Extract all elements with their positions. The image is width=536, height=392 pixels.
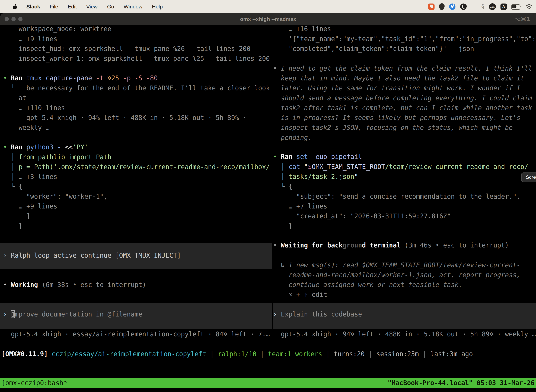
pane-bottom-border-active	[0, 344, 273, 344]
thinking-line: task2 after task1 is complete, but can I…	[273, 103, 532, 113]
prompt-input-line[interactable]: › Improve documentation in @filename	[3, 309, 142, 319]
thinking-line: keep that in mind. Maybe I also need the…	[273, 73, 524, 83]
thinking-line: should send a message before completing …	[273, 93, 532, 103]
status-segment: |	[322, 350, 334, 358]
terminal-line: gpt-5.4 xhigh · 94% left · 488K in · 5.1…	[3, 113, 247, 123]
thinking-line: later. Using the same for transition mig…	[273, 83, 520, 93]
terminal-line: '{"team_name":"my-team","task_id":"1","f…	[273, 34, 536, 44]
prompt-input-line[interactable]: › Explain this codebase	[273, 309, 362, 319]
command-line: • Ran set -euo pipefail	[273, 152, 362, 162]
apple-menu-icon[interactable]	[13, 4, 17, 9]
mailbox-message-line: continue assigned work or next feasible …	[273, 280, 463, 290]
status-segment: |	[206, 350, 218, 358]
terminal-line: inspect_worker-1: omx sparkshell --tmux-…	[3, 54, 270, 64]
terminal-line: │ p = Path('.omx/state/team/review-curre…	[3, 162, 270, 172]
terminal-line: └ {	[3, 182, 23, 191]
status-segment: last:3m ago	[430, 350, 473, 358]
pane-bottom-border-inactive	[273, 344, 536, 344]
terminal-line: }	[273, 221, 292, 231]
menu-item-help[interactable]: Help	[152, 4, 163, 10]
terminal-line: │ tasks/task-2.json"	[273, 172, 358, 182]
terminal-line: … +7 lines	[273, 201, 327, 211]
letter-a-icon[interactable]: A	[500, 4, 507, 10]
terminal-line: "completed","claim_token":"claim-token"}…	[273, 44, 474, 54]
ralph-status-line: › Ralph loop active continue [OMX_TMUX_I…	[3, 251, 181, 261]
command-line: • Ran python3 - <<'PY'	[3, 142, 88, 152]
thinking-line: • I need to get the claim token from the…	[273, 64, 532, 73]
model-status-line: gpt-5.4 xhigh · essay/ai-reimplementatio…	[3, 329, 270, 339]
terminal-line: └ be necessary for the end of the README…	[3, 83, 270, 93]
status-segment: session:23m	[376, 350, 419, 358]
waiting-status-line: • Waiting for background terminal (3m 46…	[273, 240, 509, 250]
status-segment: |	[256, 350, 268, 358]
menu-item-go[interactable]: Go	[107, 4, 114, 10]
command-line: • Ran tmux capture-pane -t %25 -p -S -80	[3, 73, 158, 83]
dots-grid-icon[interactable]	[471, 4, 477, 9]
menu-item-slack[interactable]: Slack	[26, 4, 40, 10]
window-shortcut-badge: ⌥⌘1	[514, 16, 530, 23]
battery-icon[interactable]	[511, 5, 521, 9]
terminal-line: … +9 lines	[3, 34, 57, 44]
menu-item-window[interactable]: Window	[124, 4, 143, 10]
terminal-line: │ cat "$OMX_TEAM_STATE_ROOT/team/review-…	[273, 162, 528, 172]
menu-item-edit[interactable]: Edit	[68, 4, 77, 10]
terminal-line: … +110 lines	[3, 103, 65, 113]
thinking-line: inspect task2's JSON, focusing on the st…	[273, 123, 513, 133]
terminal-pane-worker[interactable]: … +16 lines '{"team_name":"my-team","tas…	[273, 25, 536, 344]
status-segment: ralph:1/10	[218, 350, 257, 358]
edit-hint: ⌥ + ↑ edit	[273, 290, 327, 300]
desktop: SlackFileEditViewGoWindowHelp § ..61 A	[0, 0, 536, 392]
terminal-line: workspace_mode: worktree	[3, 25, 111, 34]
window-title-bar: omx --xhigh --madmax ⌥⌘1	[0, 13, 536, 25]
terminal-pane-hud[interactable]: workspace_mode: worktree … +9 lines insp…	[0, 25, 272, 344]
terminal-line: "subject": "send a concise recommendatio…	[273, 191, 520, 201]
blue-bolt-icon[interactable]	[449, 4, 455, 10]
terminal-line: … +9 lines	[3, 201, 57, 211]
status-segment: turns:20	[334, 350, 365, 358]
menu-bar-left: SlackFileEditViewGoWindowHelp	[0, 4, 163, 10]
status-segment: cczip/essay/ai-reimplementation-copyleft	[52, 350, 206, 358]
wifi-icon[interactable]	[526, 4, 533, 9]
shield-keypad-icon[interactable]	[439, 3, 445, 10]
screen-share-button[interactable]: Scre	[521, 173, 536, 182]
terminal-line: │ … +3 lines	[3, 172, 57, 182]
window-title: omx --xhigh --madmax	[0, 16, 536, 22]
terminal-line: │ from pathlib import Path	[3, 152, 111, 162]
terminal-line: inspect_hud: omx sparkshell --tmux-pane …	[3, 44, 250, 54]
menu-item-file[interactable]: File	[50, 4, 58, 10]
badge-61-icon[interactable]: ..61	[489, 3, 496, 10]
omx-status-line: [OMX#0.11.9] cczip/essay/ai-reimplementa…	[1, 349, 473, 359]
terminal-line: ]	[3, 211, 30, 221]
menu-bar-status-icons: § ..61 A	[428, 3, 536, 10]
terminal-line: … +16 lines	[273, 25, 331, 34]
terminal-line: weekly …	[3, 123, 50, 133]
status-segment: |	[419, 350, 430, 358]
pane-divider[interactable]	[272, 25, 273, 344]
chat-app-icon[interactable]	[428, 4, 435, 10]
terminal-line: "worker": "worker-1",	[3, 191, 107, 201]
tmux-session-label: [omx-cczip0:bash*	[0, 379, 67, 387]
status-segment: team:1 workers	[268, 350, 322, 358]
terminal-line: }	[3, 221, 23, 231]
status-segment: [OMX#0.11.9]	[1, 350, 52, 358]
terminal-line: at	[3, 93, 26, 103]
mailbox-message-line: readme-and-reco/mailbox/worker-1.json, a…	[273, 270, 520, 280]
menu-bar: SlackFileEditViewGoWindowHelp § ..61 A	[0, 0, 536, 13]
tmux-host-clock: "MacBook-Pro-44.local" 05:03 31-Mar-26	[388, 379, 536, 387]
thinking-line: is in progress? It seems likely but perh…	[273, 113, 520, 123]
menu-item-view[interactable]: View	[86, 4, 97, 10]
working-status-line: • Working (6m 38s • esc to interrupt)	[3, 280, 146, 290]
status-segment: |	[365, 350, 376, 358]
model-status-line: gpt-5.4 xhigh · 94% left · 488K in · 5.1…	[273, 329, 536, 339]
terminal-line: └ {	[273, 182, 292, 191]
crescent-app-icon[interactable]	[460, 3, 467, 10]
thinking-line: pending.	[273, 133, 312, 143]
mailbox-message-line: ↳ 1 new msg(s): read $OMX_TEAM_STATE_ROO…	[273, 260, 520, 270]
terminal-line: "created_at": "2026-03-31T11:59:27.816Z"	[273, 211, 451, 221]
tmux-status-bar: [omx-cczip0:bash* "MacBook-Pro-44.local"…	[0, 378, 536, 388]
squiggle-icon[interactable]: §	[481, 3, 484, 10]
